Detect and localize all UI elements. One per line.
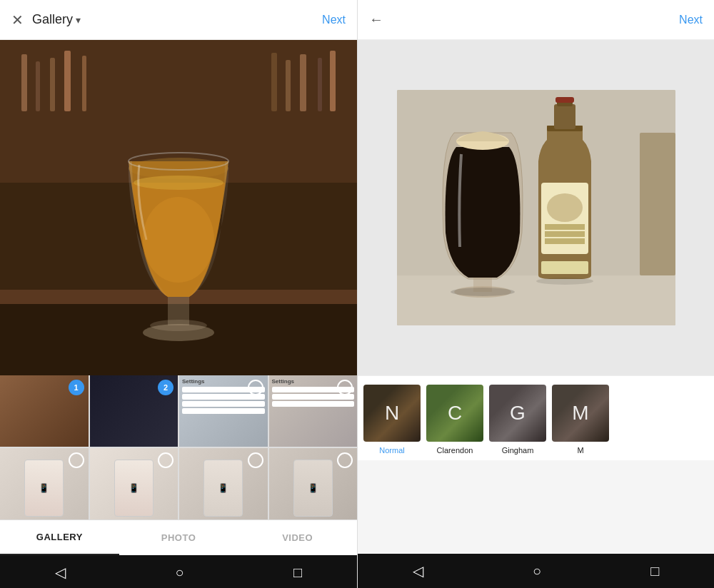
dropdown-icon[interactable]: ▾ <box>76 14 81 26</box>
thumb-6[interactable]: 📱 <box>90 448 178 519</box>
thumb-4[interactable]: Settings <box>269 375 358 447</box>
svg-rect-6 <box>82 56 86 111</box>
right-nav-bar: ◁ ○ □ <box>358 554 714 588</box>
filter-gingham-letter: G <box>510 402 526 425</box>
right-header: ← Next <box>358 0 714 40</box>
thumb-4-select <box>337 380 353 395</box>
svg-point-38 <box>536 278 593 285</box>
right-home-nav[interactable]: ○ <box>533 563 541 579</box>
thumb-7-select <box>248 452 263 468</box>
svg-rect-7 <box>271 53 277 111</box>
filter-moon-label: M <box>577 446 583 455</box>
filter-normal-thumb: N <box>363 385 421 442</box>
filter-gingham-thumb: G <box>489 385 546 442</box>
tab-photo[interactable]: PHOTO <box>119 520 238 555</box>
thumb-5-select <box>69 452 84 468</box>
svg-point-16 <box>134 176 223 190</box>
main-image <box>0 40 357 375</box>
right-back-nav[interactable]: ◁ <box>413 562 423 579</box>
filter-strip-labels: N Normal C Clarendon G Gingham <box>358 385 714 455</box>
filter-gingham-label: Gingham <box>502 446 534 455</box>
filter-clarendon[interactable]: C Clarendon <box>426 385 483 455</box>
left-panel: ✕ Gallery ▾ Next <box>0 0 357 588</box>
thumb-2[interactable]: 2 <box>90 375 178 447</box>
svg-rect-8 <box>286 60 291 111</box>
thumb-1-badge: 1 <box>69 380 84 395</box>
filter-strip: N Normal C Clarendon G Gingham <box>358 375 714 460</box>
tab-gallery[interactable]: GALLERY <box>0 520 119 555</box>
svg-rect-29 <box>555 97 574 103</box>
right-back-button[interactable]: ← <box>369 11 383 28</box>
right-panel: ← Next <box>357 0 714 588</box>
thumb-8[interactable]: 📱 <box>269 448 358 519</box>
svg-rect-35 <box>541 261 588 274</box>
svg-rect-2 <box>21 54 27 111</box>
left-next-button[interactable]: Next <box>322 14 346 26</box>
left-home-nav[interactable]: ○ <box>175 564 183 581</box>
svg-rect-4 <box>50 58 55 111</box>
main-image-bg <box>0 40 357 375</box>
right-next-button[interactable]: Next <box>679 14 703 26</box>
thumb-1[interactable]: 1 <box>0 375 89 447</box>
filter-normal[interactable]: N Normal <box>363 385 421 455</box>
gallery-title-text: Gallery <box>32 12 73 27</box>
filter-clarendon-label: Clarendon <box>437 446 473 455</box>
whiskey-glass-svg <box>0 40 357 375</box>
bottom-tabs: GALLERY PHOTO VIDEO <box>0 519 357 555</box>
filter-moon[interactable]: M M <box>552 385 609 455</box>
thumb-3[interactable]: Settings <box>179 375 268 447</box>
gallery-title: Gallery ▾ <box>32 12 81 27</box>
svg-rect-36 <box>640 133 675 275</box>
filter-preview <box>358 40 714 375</box>
beer-scene-svg <box>397 90 675 325</box>
svg-rect-11 <box>330 51 336 111</box>
svg-rect-27 <box>554 104 575 129</box>
svg-rect-33 <box>545 231 585 237</box>
thumb-8-select <box>337 452 353 468</box>
svg-rect-5 <box>64 51 71 111</box>
left-nav-bar: ◁ ○ □ <box>0 555 357 588</box>
filter-normal-label: Normal <box>379 446 404 455</box>
svg-point-31 <box>547 193 583 222</box>
left-recents-nav[interactable]: □ <box>293 564 302 581</box>
thumb-6-select <box>158 452 174 468</box>
svg-rect-34 <box>545 238 585 244</box>
thumb-5[interactable]: 📱 <box>0 448 89 519</box>
filter-clarendon-thumb: C <box>426 385 483 442</box>
close-button[interactable]: ✕ <box>11 11 24 29</box>
svg-rect-22 <box>397 275 675 325</box>
svg-point-20 <box>143 197 214 283</box>
filter-moon-thumb: M <box>552 385 609 442</box>
svg-point-37 <box>451 288 515 296</box>
svg-rect-9 <box>300 54 306 111</box>
svg-rect-3 <box>36 61 40 111</box>
filter-normal-letter: N <box>385 402 399 425</box>
thumbnail-grid: 1 2 Settings Settings <box>0 375 357 519</box>
thumb-3-select <box>248 380 263 395</box>
right-recents-nav[interactable]: □ <box>650 563 659 579</box>
thumb-7[interactable]: 📱 <box>179 448 268 519</box>
svg-point-19 <box>150 320 207 331</box>
thumb-2-badge: 2 <box>158 380 174 395</box>
svg-rect-10 <box>318 58 322 111</box>
left-header: ✕ Gallery ▾ Next <box>0 0 357 40</box>
filter-preview-inner <box>397 90 675 325</box>
tab-video[interactable]: VIDEO <box>238 520 357 555</box>
svg-rect-32 <box>545 224 585 230</box>
filter-gingham[interactable]: G Gingham <box>489 385 546 455</box>
filter-moon-letter: M <box>572 402 588 425</box>
left-back-nav[interactable]: ◁ <box>55 564 66 581</box>
filter-clarendon-letter: C <box>448 402 462 425</box>
